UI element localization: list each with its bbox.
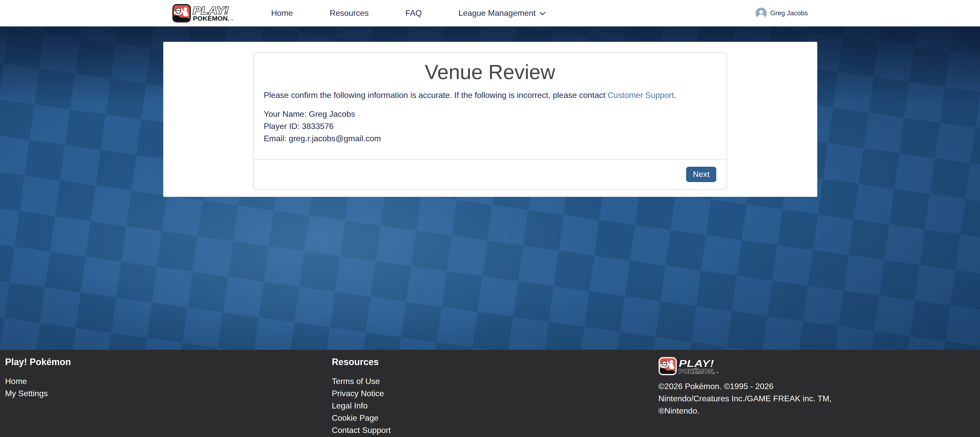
top-navbar: PLAY! POKÉMON. ™ Home Resources FAQ Leag…: [0, 0, 980, 27]
footer-heading-resources: Resources: [332, 357, 654, 368]
copyright-line-1: ©2026 Pokémon. ©1995 - 2026: [659, 380, 842, 393]
footer-link-terms-of-use[interactable]: Terms of Use: [332, 375, 654, 388]
customer-support-link[interactable]: Customer Support: [608, 91, 674, 99]
info-value-email: greg.r.jacobs@gmail.com: [289, 134, 381, 143]
nav-link-faq[interactable]: FAQ: [387, 5, 440, 21]
nav-menu: Home Resources FAQ League Management: [253, 5, 565, 21]
nav-link-resources-label: Resources: [329, 8, 369, 17]
nav-link-home-label: Home: [271, 8, 293, 17]
info-label-email: Email:: [264, 134, 286, 143]
footer-play-pokemon-logo-icon: PLAY! POKÉMON. ™: [659, 357, 734, 375]
footer-link-cookie-page[interactable]: Cookie Page: [332, 412, 654, 424]
chevron-down-icon: [539, 10, 546, 17]
footer: Play! Pokémon Home My Settings Resources…: [0, 350, 980, 437]
info-row-name: Your Name: Greg Jacobs: [264, 108, 716, 120]
user-menu[interactable]: Greg Jacobs: [756, 7, 808, 19]
svg-text:™: ™: [716, 372, 718, 374]
user-avatar-icon: [756, 7, 767, 19]
venue-review-card: Venue Review Please confirm the followin…: [253, 52, 727, 190]
card-footer: Next: [253, 159, 727, 189]
info-label-name: Your Name:: [264, 110, 307, 118]
nav-link-league-management-label: League Management: [458, 8, 535, 17]
footer-logo-link[interactable]: PLAY! POKÉMON. ™: [659, 357, 734, 377]
nav-link-league-management[interactable]: League Management: [440, 5, 565, 21]
footer-link-legal-info[interactable]: Legal Info: [332, 400, 654, 412]
info-value-name: Greg Jacobs: [309, 110, 355, 118]
next-button[interactable]: Next: [686, 167, 716, 182]
svg-text:POKÉMON.: POKÉMON.: [678, 368, 715, 375]
footer-link-home[interactable]: Home: [5, 375, 327, 388]
nav-link-resources[interactable]: Resources: [311, 5, 387, 21]
player-info-block: Your Name: Greg Jacobs Player ID: 383357…: [264, 108, 716, 145]
svg-text:POKÉMON.: POKÉMON.: [192, 15, 229, 22]
play-pokemon-logo-link[interactable]: PLAY! POKÉMON. ™: [172, 4, 249, 22]
svg-text:PLAY!: PLAY!: [192, 5, 228, 16]
navbar-container: PLAY! POKÉMON. ™ Home Resources FAQ Leag…: [163, 0, 817, 26]
footer-col-play-pokemon: Play! Pokémon Home My Settings: [0, 357, 327, 437]
nav-link-faq-label: FAQ: [405, 8, 422, 17]
footer-link-contact-support[interactable]: Contact Support: [332, 424, 654, 437]
nav-link-home[interactable]: Home: [253, 5, 311, 21]
intro-text-after: .: [674, 91, 676, 99]
content-panel: Venue Review Please confirm the followin…: [163, 42, 817, 197]
user-name: Greg Jacobs: [770, 9, 808, 17]
svg-text:™: ™: [230, 18, 233, 21]
svg-text:PLAY!: PLAY!: [678, 358, 714, 369]
footer-col-resources: Resources Terms of Use Privacy Notice Le…: [327, 357, 654, 437]
info-label-player-id: Player ID:: [264, 122, 300, 130]
play-pokemon-logo-icon: PLAY! POKÉMON. ™: [172, 4, 249, 22]
footer-heading-play-pokemon: Play! Pokémon: [5, 357, 327, 368]
copyright-line-3: ®Nintendo.: [659, 405, 842, 417]
footer-link-my-settings[interactable]: My Settings: [5, 388, 327, 400]
info-value-player-id: 3833576: [302, 122, 334, 130]
intro-text-before: Please confirm the following information…: [264, 91, 608, 99]
card-body: Venue Review Please confirm the followin…: [253, 52, 727, 145]
page-title: Venue Review: [264, 60, 716, 84]
info-row-email: Email: greg.r.jacobs@gmail.com: [264, 133, 716, 145]
copyright-line-2: Nintendo/Creatures Inc./GAME FREAK inc. …: [659, 393, 842, 405]
info-row-player-id: Player ID: 3833576: [264, 120, 716, 133]
intro-text: Please confirm the following information…: [264, 89, 716, 101]
footer-col-legal: PLAY! POKÉMON. ™ ©2026 Pokémon. ©1995 - …: [653, 357, 980, 437]
copyright-text: ©2026 Pokémon. ©1995 - 2026 Nintendo/Cre…: [659, 380, 842, 417]
main-background: Venue Review Please confirm the followin…: [0, 27, 980, 350]
footer-link-privacy-notice[interactable]: Privacy Notice: [332, 388, 654, 400]
page: PLAY! POKÉMON. ™ Home Resources FAQ Leag…: [0, 0, 980, 437]
